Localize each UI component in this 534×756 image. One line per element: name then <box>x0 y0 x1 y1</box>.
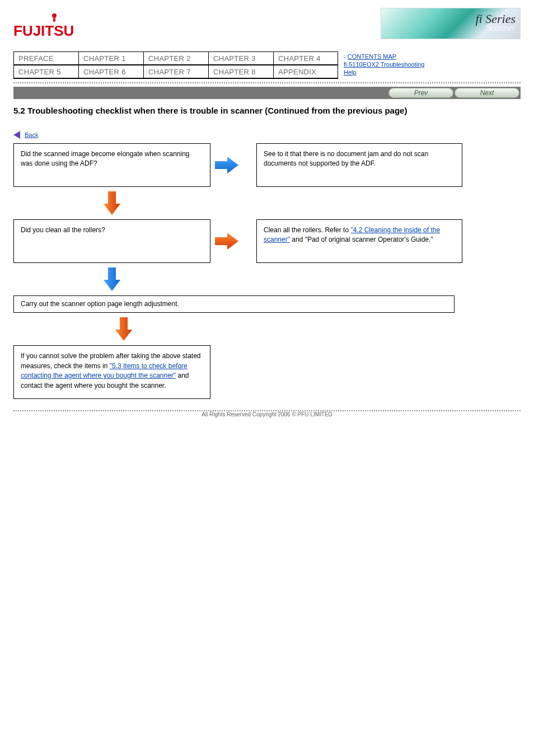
flow-box-3-text: Carry out the scanner option page length… <box>21 300 179 308</box>
flow-box-2-right: Clean all the rollers. Refer to "4.2 Cle… <box>256 219 462 263</box>
flow-box-1: Did the scanned image become elongate wh… <box>13 143 210 187</box>
series-banner: fi Series Scanner <box>381 8 521 39</box>
nav-chapter-8[interactable]: CHAPTER 8 <box>208 65 273 78</box>
back-arrow-icon <box>13 131 22 139</box>
separator <box>13 82 521 83</box>
nav-chapter-3[interactable]: CHAPTER 3 <box>208 51 273 65</box>
back-link[interactable]: Back <box>25 132 38 138</box>
link-troubleshooting[interactable]: fi-5110EOX2 Troubleshooting <box>344 61 424 68</box>
arrow-down-icon <box>13 313 210 345</box>
svg-marker-6 <box>215 233 238 250</box>
page-bar: Prev Next <box>13 87 521 99</box>
nav-chapter-5[interactable]: CHAPTER 5 <box>13 65 78 78</box>
nav-chapter-4[interactable]: CHAPTER 4 <box>273 51 338 65</box>
flow-box-2-right-pre: Clean all the rollers. Refer to <box>264 226 350 234</box>
nav-chapter-1[interactable]: CHAPTER 1 <box>78 51 143 65</box>
flow-box-2: Did you clean all the rollers? <box>13 219 210 263</box>
brand-logo: FUJITSU <box>13 12 76 43</box>
nav-chapter-2[interactable]: CHAPTER 2 <box>143 51 208 65</box>
nav-chapter-7[interactable]: CHAPTER 7 <box>143 65 208 78</box>
flow-box-2-right-post: and "Pad of original scanner Operator's … <box>290 236 433 243</box>
arrow-down-icon <box>13 263 210 295</box>
chapter-title: 5.2 Troubleshooting checklist when there… <box>13 106 521 115</box>
prev-button[interactable]: Prev <box>388 88 453 98</box>
series-sub: Scanner <box>486 23 516 33</box>
flow-box-1-text: Did the scanned image become elongate wh… <box>21 150 190 167</box>
svg-text:FUJITSU: FUJITSU <box>13 22 74 39</box>
svg-rect-1 <box>53 18 55 22</box>
arrow-right-icon <box>210 232 243 251</box>
next-button[interactable]: Next <box>455 88 519 98</box>
page-footer: All Rights Reserved Copyright 2006 © PFU… <box>13 410 521 417</box>
side-link-prefix: - <box>344 53 348 60</box>
svg-point-0 <box>52 13 57 18</box>
flow-box-2-text: Did you clean all the rollers? <box>21 226 105 234</box>
chapter-nav: PREFACE CHAPTER 1 CHAPTER 2 CHAPTER 3 CH… <box>13 51 338 79</box>
svg-marker-4 <box>215 157 238 173</box>
arrow-right-icon <box>210 156 243 175</box>
svg-marker-5 <box>104 191 120 215</box>
svg-marker-8 <box>115 317 132 341</box>
nav-preface[interactable]: PREFACE <box>13 51 78 65</box>
flow-box-1-right: See to it that there is no document jam … <box>256 143 462 187</box>
flow-box-3: Carry out the scanner option page length… <box>13 295 455 313</box>
nav-appendix[interactable]: APPENDIX <box>273 65 338 78</box>
link-contents-map[interactable]: CONTENTS MAP <box>348 53 396 60</box>
copyright: All Rights Reserved Copyright 2006 © PFU… <box>13 411 521 417</box>
side-links: - CONTENTS MAP fi-5110EOX2 Troubleshooti… <box>344 53 521 76</box>
nav-chapter-6[interactable]: CHAPTER 6 <box>78 65 143 78</box>
svg-marker-3 <box>13 131 20 139</box>
flow-box-1-right-text: See to it that there is no document jam … <box>264 150 428 167</box>
svg-marker-7 <box>104 267 120 291</box>
link-help[interactable]: Help <box>344 69 357 76</box>
arrow-down-icon <box>13 187 210 219</box>
flow-box-4: If you cannot solve the problem after ta… <box>13 345 210 399</box>
